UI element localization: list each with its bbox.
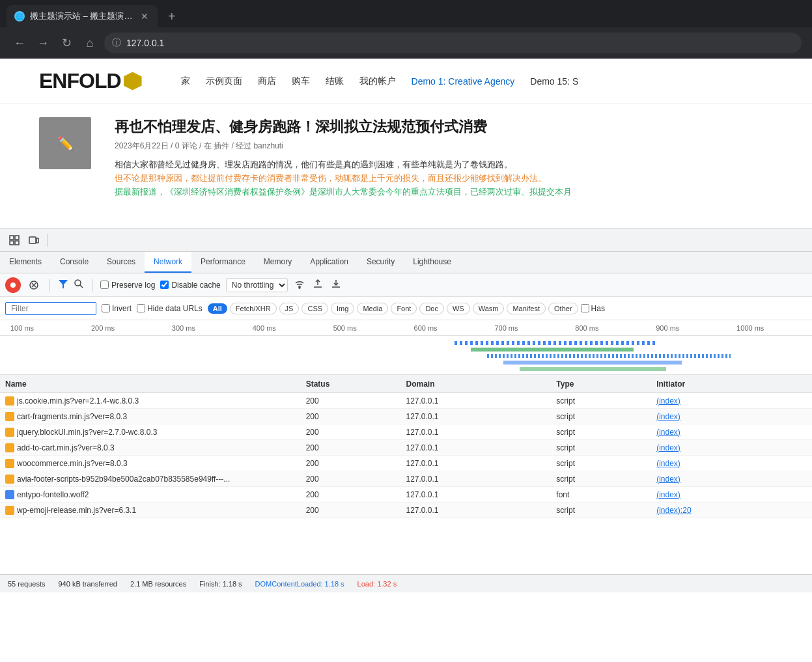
table-row[interactable]: entypo-fontello.woff2 200 127.0.0.1 font… <box>0 487 812 503</box>
download-icon[interactable] <box>329 277 343 293</box>
url-bar[interactable]: ⓘ 127.0.0.1 <box>104 33 802 53</box>
address-bar: ← → ↻ ⌂ ⓘ 127.0.0.1 <box>0 27 812 59</box>
row-initiator[interactable]: (index) <box>656 396 807 406</box>
new-tab-button[interactable]: + <box>163 7 181 27</box>
wifi-icon[interactable] <box>293 277 306 293</box>
inspect-element-button[interactable] <box>5 231 23 249</box>
disable-cache-checkbox[interactable] <box>160 281 169 289</box>
col-header-status: Status <box>306 379 406 389</box>
search-icon[interactable] <box>74 279 84 291</box>
invert-checkbox-label[interactable]: Invert <box>102 304 132 313</box>
tab-close-button[interactable]: ✕ <box>139 10 150 23</box>
tab-application[interactable]: Application <box>301 252 357 273</box>
tab-sources[interactable]: Sources <box>98 252 145 273</box>
table-row[interactable]: js.cookie.min.js?ver=2.1.4-wc.8.0.3 200 … <box>0 393 812 409</box>
row-status: 200 <box>306 396 406 406</box>
has-checkbox-label[interactable]: Has <box>581 304 605 313</box>
invert-checkbox[interactable] <box>102 304 110 312</box>
nav-item-account[interactable]: 我的帐户 <box>359 76 396 87</box>
home-button[interactable]: ⌂ <box>81 34 99 52</box>
forward-button[interactable]: → <box>34 34 52 52</box>
timeline-1000ms: 1000 ms <box>731 324 812 332</box>
invert-label: Invert <box>112 304 132 313</box>
row-initiator[interactable]: (index) <box>656 412 807 421</box>
disable-cache-text: Disable cache <box>171 281 220 290</box>
nav-item-demo15[interactable]: Demo 15: S <box>530 76 578 87</box>
upload-icon[interactable] <box>311 277 324 293</box>
filter-tag-manifest[interactable]: Manifest <box>507 303 546 314</box>
table-row[interactable]: jquery.blockUI.min.js?ver=2.7.0-wc.8.0.3… <box>0 424 812 440</box>
tab-elements[interactable]: Elements <box>0 252 51 273</box>
timeline-100ms: 100 ms <box>5 324 86 332</box>
filter-tag-css[interactable]: CSS <box>301 303 328 314</box>
row-status: 200 <box>306 412 406 421</box>
filter-tag-all[interactable]: All <box>208 303 227 314</box>
filter-icon[interactable] <box>58 279 68 291</box>
has-checkbox[interactable] <box>581 304 589 312</box>
article-para-2: 但不论是那种原因，都让提前付费存卡的消费者非常受伤，动辄都是上千元的损失，而且还… <box>115 172 572 186</box>
hide-data-urls-label[interactable]: Hide data URLs <box>137 304 203 313</box>
row-initiator[interactable]: (index) <box>656 459 807 468</box>
nav-item-checkout[interactable]: 结账 <box>326 76 344 87</box>
device-toolbar-button[interactable] <box>25 231 43 249</box>
table-row[interactable]: cart-fragments.min.js?ver=8.0.3 200 127.… <box>0 409 812 424</box>
row-initiator[interactable]: (index) <box>656 490 807 499</box>
filter-tag-other[interactable]: Other <box>548 303 578 314</box>
status-finish: Finish: 1.18 s <box>199 580 242 588</box>
table-row[interactable]: add-to-cart.min.js?ver=8.0.3 200 127.0.0… <box>0 440 812 456</box>
row-initiator[interactable]: (index) <box>656 428 807 437</box>
filter-tag-ws[interactable]: WS <box>447 303 470 314</box>
table-row[interactable]: wp-emoji-release.min.js?ver=6.3.1 200 12… <box>0 503 812 518</box>
table-row[interactable]: woocommerce.min.js?ver=8.0.3 200 127.0.0… <box>0 456 812 471</box>
tab-performance[interactable]: Performance <box>191 252 255 273</box>
row-domain: 127.0.0.1 <box>406 428 557 437</box>
script-resource-icon <box>5 396 14 406</box>
row-initiator[interactable]: (index) <box>656 475 807 484</box>
tab-network[interactable]: Network <box>145 252 191 273</box>
record-button[interactable] <box>5 277 21 293</box>
row-initiator[interactable]: (index) <box>656 443 807 452</box>
tab-security[interactable]: Security <box>357 252 404 273</box>
filter-tag-img[interactable]: Img <box>331 303 354 314</box>
tab-lighthouse[interactable]: Lighthouse <box>404 252 460 273</box>
table-row[interactable]: avia-footer-scripts-b952b94be500a2cab07b… <box>0 471 812 487</box>
filter-tag-js[interactable]: JS <box>279 303 300 314</box>
script-resource-icon <box>5 475 14 484</box>
filter-tag-wasm[interactable]: Wasm <box>473 303 505 314</box>
tab-memory[interactable]: Memory <box>255 252 301 273</box>
timeline-800ms: 800 ms <box>570 324 651 332</box>
nav-item-shop[interactable]: 商店 <box>258 76 276 87</box>
filter-tags: All Fetch/XHR JS CSS Img Media Font Doc … <box>208 303 605 314</box>
hide-data-urls-label-text: Hide data URLs <box>147 304 203 313</box>
back-button[interactable]: ← <box>10 34 29 52</box>
reload-button[interactable]: ↻ <box>57 34 76 52</box>
svg-rect-1 <box>15 241 19 245</box>
filter-tag-media[interactable]: Media <box>357 303 388 314</box>
filter-input[interactable] <box>5 302 96 315</box>
nav-item-cart[interactable]: 购车 <box>292 76 310 87</box>
filter-tag-font[interactable]: Font <box>391 303 417 314</box>
svg-marker-10 <box>59 280 68 288</box>
timeline-labels: 100 ms 200 ms 300 ms 400 ms 500 ms 600 m… <box>0 320 812 336</box>
disable-cache-label[interactable]: Disable cache <box>160 281 220 290</box>
clear-button[interactable] <box>26 277 42 293</box>
tab-console[interactable]: Console <box>51 252 98 273</box>
nav-item-demo1[interactable]: Demo 1: Creative Agency <box>412 76 515 87</box>
filter-tag-fetch[interactable]: Fetch/XHR <box>230 303 277 314</box>
row-type: script <box>556 506 656 515</box>
preserve-log-label[interactable]: Preserve log <box>100 281 155 290</box>
devtools-panel: Elements Console Sources Network Perform… <box>0 228 812 592</box>
row-status: 200 <box>306 428 406 437</box>
timeline-600ms: 600 ms <box>409 324 490 332</box>
preserve-log-checkbox[interactable] <box>100 281 109 289</box>
filter-tag-doc[interactable]: Doc <box>419 303 444 314</box>
nav-item-examples[interactable]: 示例页面 <box>206 76 242 87</box>
row-domain: 127.0.0.1 <box>406 396 557 406</box>
active-tab[interactable]: 🌐 搬主题演示站 – 搬主题演示站点 ✕ <box>7 5 158 27</box>
row-name: woocommerce.min.js?ver=8.0.3 <box>5 459 306 468</box>
hide-data-urls-checkbox[interactable] <box>137 304 145 312</box>
article-para-1: 相信大家都曾经见过健身房、理发店跑路的情况，他们有些是真的遇到困难，有些单纯就是… <box>115 158 572 172</box>
nav-item-home[interactable]: 家 <box>181 76 190 87</box>
row-initiator[interactable]: (index):20 <box>656 506 807 515</box>
throttle-select[interactable]: No throttling Fast 3G Slow 3G Offline <box>226 278 288 292</box>
